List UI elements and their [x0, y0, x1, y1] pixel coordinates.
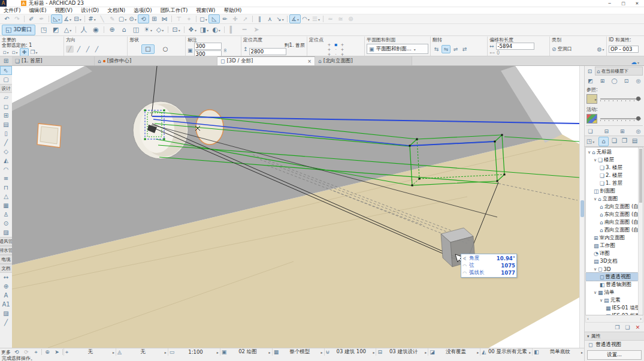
arrow-up-icon[interactable]: ➚	[240, 15, 250, 23]
scrollbar-thumb[interactable]	[639, 149, 642, 203]
slope-guide-icon[interactable]: ∡	[62, 15, 72, 23]
gravity-icon[interactable]: ╲	[97, 15, 107, 23]
renovation-filter-select[interactable]: ◭ 00 显示所有元素	[480, 348, 532, 356]
menu-item[interactable]: 文件(F)	[4, 7, 21, 14]
3d-window-button[interactable]: ◱ 3D窗口	[2, 25, 35, 35]
toolbox-more-label[interactable]: 更多	[0, 349, 12, 356]
marquee-restrict-icon[interactable]: ▢	[117, 15, 128, 23]
marquee-tool[interactable]: ▢	[0, 75, 12, 84]
walk-icon[interactable]: 人	[78, 25, 90, 35]
tree-item[interactable]: ◧ 普通轴测图	[586, 281, 643, 288]
parallel-icon[interactable]: ∥	[255, 15, 265, 23]
tab-overview-button[interactable]: ⊞	[0, 56, 12, 65]
menu-item[interactable]: 视窗(W)	[196, 7, 215, 14]
text-tool[interactable]: A	[0, 291, 12, 300]
shape-circle-button[interactable]: ○	[159, 45, 171, 53]
view-map-icon[interactable]: ❏	[610, 137, 619, 145]
tab-close-icon[interactable]: ×	[307, 59, 312, 64]
line-tool[interactable]: ╱	[0, 318, 12, 327]
reference-ghost-icon[interactable]: ◯	[610, 77, 618, 85]
lock-icon[interactable]: ◻	[198, 15, 208, 23]
new-folder-icon[interactable]: ❏	[624, 323, 631, 331]
anchor-cell[interactable]: ·	[335, 52, 336, 56]
wall-tool[interactable]: ▱	[0, 93, 12, 102]
trace-more-icon[interactable]: ◎	[634, 77, 642, 85]
expand-arrow-icon[interactable]	[600, 298, 604, 303]
tree-item[interactable]: ◻ 普通透视图	[586, 273, 643, 281]
menu-item[interactable]: 设计(D)	[81, 7, 99, 14]
classification-button[interactable]: ◍	[597, 46, 604, 53]
scale-select[interactable]: ▭ 1:100	[168, 348, 220, 356]
teamwork-cloud-icon[interactable]: ☁	[631, 59, 639, 65]
arc-by-icon[interactable]: ◠	[301, 15, 311, 23]
rotate-view-icon[interactable]: ⟲	[138, 14, 149, 23]
tree-item[interactable]: ❏ 2. 楼层	[586, 172, 643, 179]
pick-up-parameters-icon[interactable]: ✐	[26, 15, 37, 23]
filter-and-cut-icon[interactable]: ❖	[186, 25, 198, 35]
partial-structure-select[interactable]: ▦ 整个模型	[272, 348, 324, 356]
tree-item[interactable]: ⌂ 东向立面图 (自动重建)	[586, 210, 643, 218]
magic-wand-icon[interactable]: ✎	[107, 15, 117, 23]
split-icon[interactable]: ⊤	[174, 15, 184, 23]
camera-tool-icon[interactable]: ◫	[130, 25, 142, 35]
railing-tool[interactable]: ⊓	[0, 183, 12, 192]
door-tool[interactable]: ◻	[0, 102, 12, 111]
flip-2-icon[interactable]: ⇋	[442, 45, 451, 53]
orbit-bottom-icon[interactable]: ⊕	[43, 348, 52, 356]
flip-3-icon[interactable]: ⇌	[452, 46, 459, 53]
tree-item[interactable]: ❏ 1. 首层	[586, 179, 643, 187]
settings-button[interactable]: 设置...	[587, 350, 642, 360]
tree-item[interactable]: ⌂ 立面图	[586, 195, 643, 203]
fills-toggle-icon[interactable]: ❏	[586, 127, 594, 135]
arrow-tool[interactable]: ⇖	[0, 66, 12, 75]
tree-item[interactable]: ▧ 工作图	[586, 242, 643, 249]
scroll-right-icon[interactable]: ›	[640, 317, 642, 321]
adjust-icon[interactable]: ⌖	[184, 15, 194, 23]
duplicate-view-icon[interactable]: ❐	[613, 323, 621, 331]
visibility-icon[interactable]: ◎	[634, 127, 642, 135]
undo-icon[interactable]: ↶	[2, 15, 12, 23]
match-icon[interactable]: ⊜	[346, 15, 356, 23]
inject-parameters-icon[interactable]: ✒	[37, 15, 47, 23]
tab-north-elevation[interactable]: ⌂ [北向立面图]	[315, 56, 412, 65]
expand-arrow-icon[interactable]	[594, 290, 598, 295]
split-compare-icon[interactable]: ⊟	[603, 127, 610, 135]
look-to-icon[interactable]: ◇	[154, 25, 166, 35]
expand-arrow-icon[interactable]	[594, 197, 598, 201]
add-icon[interactable]: ✚	[230, 15, 240, 23]
bisector-icon[interactable]: ⋏	[265, 15, 275, 23]
reference-color-swatch[interactable]	[586, 94, 597, 104]
active-opacity-slider[interactable]	[599, 115, 642, 123]
layer-combination-select[interactable]: ⊎ 03 建筑 100	[324, 348, 376, 356]
maximize-button[interactable]: □	[616, 0, 630, 7]
shape-rectangle-button[interactable]: □	[141, 44, 155, 54]
anchor-cell[interactable]: ▪	[334, 43, 337, 47]
opening-tool-toggle[interactable]: ✚	[20, 48, 29, 56]
sun-position-icon[interactable]: ☀	[142, 25, 154, 35]
tree-item[interactable]: ▦ 清单	[586, 288, 643, 296]
expand-arrow-icon[interactable]	[594, 267, 598, 272]
direction-1-icon[interactable]: ╱	[66, 46, 74, 53]
flip-1-icon[interactable]: ⇆	[433, 46, 440, 53]
tree-item[interactable]: ◔ 详图	[586, 249, 643, 257]
offset-icon[interactable]: ↘	[275, 15, 285, 23]
close-button[interactable]: ✕	[630, 0, 644, 7]
tab-action-center[interactable]: ⌂ [操作中心]	[95, 56, 217, 65]
dimension-style-select[interactable]: ⊟ 03 建筑设计	[376, 348, 428, 356]
mesh-tool[interactable]: ▦	[0, 201, 12, 210]
set-square-icon[interactable]: ◺	[51, 14, 62, 23]
active-color-swatch[interactable]	[586, 114, 597, 124]
menu-item[interactable]: 团队工作(T)	[161, 7, 188, 14]
tree-item[interactable]: ⊞ 室内立面图	[586, 234, 643, 242]
slope-2-icon[interactable]: ∡	[289, 14, 301, 23]
guide-lines-icon[interactable]: ⊟	[72, 15, 83, 23]
swap-reference-icon[interactable]: ⊡	[622, 77, 630, 85]
expand-arrow-icon[interactable]	[588, 150, 592, 155]
freehand-icon[interactable]: ☰	[311, 15, 321, 23]
anchor-cell[interactable]: +	[328, 47, 331, 52]
tree-item[interactable]: ❏ 3. 楼层	[586, 164, 643, 172]
set-square-2-icon[interactable]: ◺	[208, 14, 220, 23]
trace-reference-select[interactable]: ⌂ 在当前楼层下	[595, 67, 643, 76]
line-weight-icon[interactable]: ━	[238, 25, 250, 35]
overlay-icon[interactable]: ⊞	[618, 127, 626, 135]
